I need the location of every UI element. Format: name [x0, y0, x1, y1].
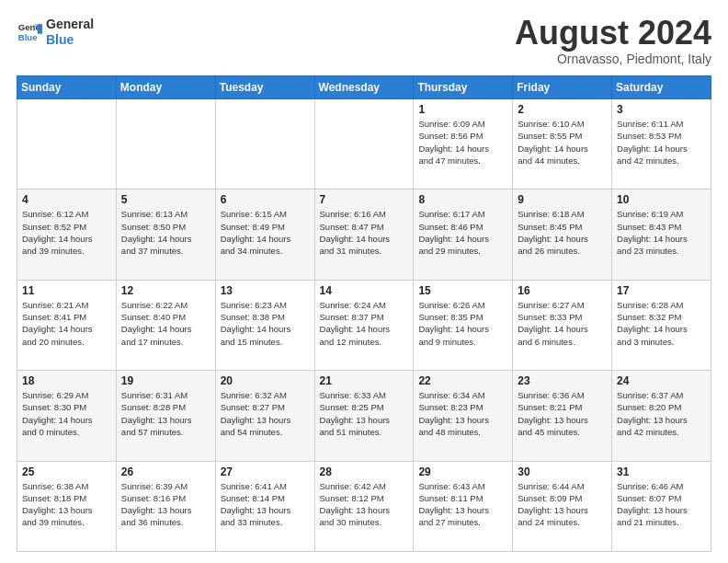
calendar-week-1: 1Sunrise: 6:09 AM Sunset: 8:56 PM Daylig…	[17, 99, 711, 190]
day-number: 2	[518, 103, 607, 116]
col-monday: Monday	[116, 76, 215, 99]
calendar-cell: 6Sunrise: 6:15 AM Sunset: 8:49 PM Daylig…	[215, 190, 314, 280]
calendar-cell: 12Sunrise: 6:22 AM Sunset: 8:40 PM Dayli…	[116, 280, 215, 370]
day-number: 9	[518, 193, 607, 206]
svg-text:Blue: Blue	[18, 32, 38, 42]
day-number: 20	[221, 374, 310, 387]
day-number: 1	[418, 103, 507, 116]
calendar-cell	[17, 99, 117, 190]
calendar-cell: 20Sunrise: 6:32 AM Sunset: 8:27 PM Dayli…	[215, 371, 314, 461]
title-block: August 2024 Ornavasso, Piedmont, Italy	[515, 17, 711, 66]
day-info: Sunrise: 6:36 AM Sunset: 8:21 PM Dayligh…	[518, 389, 607, 438]
calendar-cell	[215, 99, 314, 190]
day-number: 22	[418, 374, 507, 387]
svg-marker-3	[34, 24, 42, 28]
day-number: 11	[22, 284, 111, 297]
day-number: 5	[121, 193, 210, 206]
calendar-cell: 23Sunrise: 6:36 AM Sunset: 8:21 PM Dayli…	[513, 371, 612, 461]
calendar-cell: 26Sunrise: 6:39 AM Sunset: 8:16 PM Dayli…	[116, 461, 215, 551]
day-number: 4	[22, 193, 111, 206]
day-number: 7	[320, 193, 409, 206]
day-info: Sunrise: 6:24 AM Sunset: 8:37 PM Dayligh…	[320, 299, 409, 348]
day-info: Sunrise: 6:37 AM Sunset: 8:20 PM Dayligh…	[617, 389, 706, 438]
calendar-cell: 9Sunrise: 6:18 AM Sunset: 8:45 PM Daylig…	[513, 190, 612, 280]
col-friday: Friday	[513, 76, 612, 99]
day-info: Sunrise: 6:19 AM Sunset: 8:43 PM Dayligh…	[617, 208, 706, 257]
calendar-cell: 29Sunrise: 6:43 AM Sunset: 8:11 PM Dayli…	[414, 461, 513, 551]
calendar-cell: 5Sunrise: 6:13 AM Sunset: 8:50 PM Daylig…	[116, 190, 215, 280]
day-info: Sunrise: 6:12 AM Sunset: 8:52 PM Dayligh…	[22, 208, 111, 257]
location: Ornavasso, Piedmont, Italy	[515, 52, 711, 66]
calendar-cell: 4Sunrise: 6:12 AM Sunset: 8:52 PM Daylig…	[17, 190, 117, 280]
day-number: 31	[617, 465, 706, 478]
day-number: 18	[22, 374, 111, 387]
calendar-cell: 14Sunrise: 6:24 AM Sunset: 8:37 PM Dayli…	[314, 280, 414, 370]
day-info: Sunrise: 6:28 AM Sunset: 8:32 PM Dayligh…	[617, 299, 706, 348]
calendar-week-5: 25Sunrise: 6:38 AM Sunset: 8:18 PM Dayli…	[17, 461, 711, 551]
day-info: Sunrise: 6:27 AM Sunset: 8:33 PM Dayligh…	[518, 299, 607, 348]
calendar-cell: 7Sunrise: 6:16 AM Sunset: 8:47 PM Daylig…	[314, 190, 414, 280]
day-number: 28	[320, 465, 409, 478]
day-info: Sunrise: 6:17 AM Sunset: 8:46 PM Dayligh…	[418, 208, 507, 257]
calendar-cell: 13Sunrise: 6:23 AM Sunset: 8:38 PM Dayli…	[215, 280, 314, 370]
col-thursday: Thursday	[414, 76, 513, 99]
col-tuesday: Tuesday	[215, 76, 314, 99]
day-number: 15	[418, 284, 507, 297]
logo-icon: General Blue	[17, 19, 42, 45]
day-info: Sunrise: 6:09 AM Sunset: 8:56 PM Dayligh…	[418, 118, 507, 167]
header-row: Sunday Monday Tuesday Wednesday Thursday…	[17, 76, 711, 99]
calendar-cell: 24Sunrise: 6:37 AM Sunset: 8:20 PM Dayli…	[612, 371, 711, 461]
calendar-cell: 1Sunrise: 6:09 AM Sunset: 8:56 PM Daylig…	[414, 99, 513, 190]
day-number: 6	[221, 193, 310, 206]
day-info: Sunrise: 6:33 AM Sunset: 8:25 PM Dayligh…	[320, 389, 409, 438]
day-info: Sunrise: 6:26 AM Sunset: 8:35 PM Dayligh…	[418, 299, 507, 348]
day-info: Sunrise: 6:34 AM Sunset: 8:23 PM Dayligh…	[418, 389, 507, 438]
logo-text: General Blue	[46, 17, 94, 48]
day-number: 12	[121, 284, 210, 297]
logo: General Blue General Blue	[17, 17, 94, 48]
day-info: Sunrise: 6:16 AM Sunset: 8:47 PM Dayligh…	[320, 208, 409, 257]
day-number: 25	[22, 465, 111, 478]
day-info: Sunrise: 6:13 AM Sunset: 8:50 PM Dayligh…	[121, 208, 210, 257]
day-number: 27	[221, 465, 310, 478]
day-info: Sunrise: 6:41 AM Sunset: 8:14 PM Dayligh…	[221, 480, 310, 529]
calendar-cell: 28Sunrise: 6:42 AM Sunset: 8:12 PM Dayli…	[314, 461, 414, 551]
day-info: Sunrise: 6:22 AM Sunset: 8:40 PM Dayligh…	[121, 299, 210, 348]
calendar-table: Sunday Monday Tuesday Wednesday Thursday…	[17, 75, 711, 552]
day-info: Sunrise: 6:11 AM Sunset: 8:53 PM Dayligh…	[617, 118, 706, 167]
day-number: 30	[518, 465, 607, 478]
day-info: Sunrise: 6:43 AM Sunset: 8:11 PM Dayligh…	[418, 480, 507, 529]
month-title: August 2024	[515, 17, 711, 50]
day-number: 19	[121, 374, 210, 387]
day-info: Sunrise: 6:31 AM Sunset: 8:28 PM Dayligh…	[121, 389, 210, 438]
day-number: 10	[617, 193, 706, 206]
day-number: 21	[320, 374, 409, 387]
day-info: Sunrise: 6:29 AM Sunset: 8:30 PM Dayligh…	[22, 389, 111, 438]
calendar-cell: 16Sunrise: 6:27 AM Sunset: 8:33 PM Dayli…	[513, 280, 612, 370]
calendar-week-2: 4Sunrise: 6:12 AM Sunset: 8:52 PM Daylig…	[17, 190, 711, 280]
page: General Blue General Blue August 2024 Or…	[0, 0, 728, 563]
col-wednesday: Wednesday	[314, 76, 414, 99]
day-info: Sunrise: 6:42 AM Sunset: 8:12 PM Dayligh…	[320, 480, 409, 529]
day-info: Sunrise: 6:15 AM Sunset: 8:49 PM Dayligh…	[221, 208, 310, 257]
day-number: 26	[121, 465, 210, 478]
day-info: Sunrise: 6:44 AM Sunset: 8:09 PM Dayligh…	[518, 480, 607, 529]
calendar-cell: 2Sunrise: 6:10 AM Sunset: 8:55 PM Daylig…	[513, 99, 612, 190]
day-number: 17	[617, 284, 706, 297]
day-info: Sunrise: 6:10 AM Sunset: 8:55 PM Dayligh…	[518, 118, 607, 167]
calendar-cell: 3Sunrise: 6:11 AM Sunset: 8:53 PM Daylig…	[612, 99, 711, 190]
calendar-week-3: 11Sunrise: 6:21 AM Sunset: 8:41 PM Dayli…	[17, 280, 711, 370]
day-number: 29	[418, 465, 507, 478]
calendar-cell: 21Sunrise: 6:33 AM Sunset: 8:25 PM Dayli…	[314, 371, 414, 461]
calendar-cell: 25Sunrise: 6:38 AM Sunset: 8:18 PM Dayli…	[17, 461, 117, 551]
calendar-week-4: 18Sunrise: 6:29 AM Sunset: 8:30 PM Dayli…	[17, 371, 711, 461]
calendar-cell: 19Sunrise: 6:31 AM Sunset: 8:28 PM Dayli…	[116, 371, 215, 461]
calendar-cell: 22Sunrise: 6:34 AM Sunset: 8:23 PM Dayli…	[414, 371, 513, 461]
day-number: 14	[320, 284, 409, 297]
day-number: 23	[518, 374, 607, 387]
calendar-cell	[314, 99, 414, 190]
col-sunday: Sunday	[17, 76, 117, 99]
calendar-cell: 17Sunrise: 6:28 AM Sunset: 8:32 PM Dayli…	[612, 280, 711, 370]
calendar-cell: 18Sunrise: 6:29 AM Sunset: 8:30 PM Dayli…	[17, 371, 117, 461]
calendar-cell: 10Sunrise: 6:19 AM Sunset: 8:43 PM Dayli…	[612, 190, 711, 280]
